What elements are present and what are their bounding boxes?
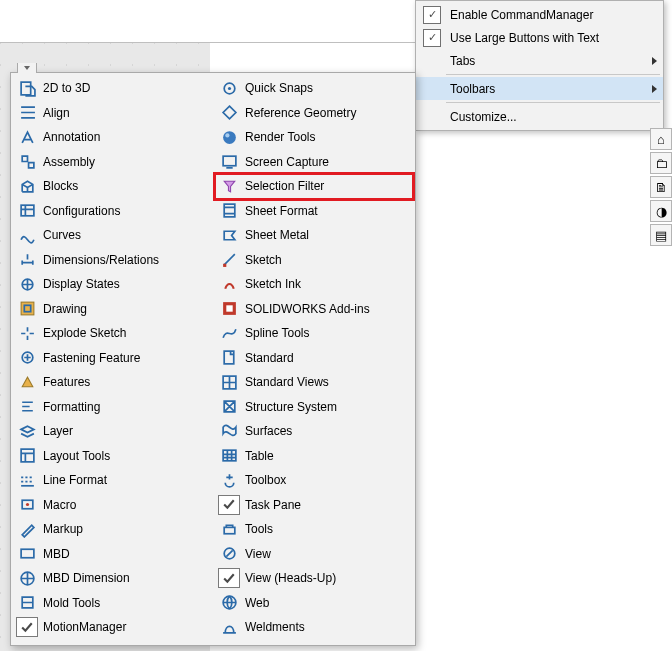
toolbar-item-label: Sheet Metal: [245, 228, 409, 242]
toolbar-item-mbd-dimension[interactable]: MBD Dimension: [13, 566, 211, 591]
toolbar-item-fastening-feature[interactable]: Fastening Feature: [13, 346, 211, 371]
toolbar-item-display-states[interactable]: Display States: [13, 272, 211, 297]
toolbar-item-label: Drawing: [43, 302, 207, 316]
toolbar-item-drawing[interactable]: Drawing: [13, 297, 211, 322]
toolbar-item-label: Assembly: [43, 155, 207, 169]
toolbar-item-label: Quick Snaps: [245, 81, 409, 95]
dock-doc-icon[interactable]: 🗎: [650, 176, 672, 198]
annot-icon: [16, 127, 38, 147]
explode-icon: [16, 323, 38, 343]
dimrel-icon: [16, 250, 38, 270]
table-icon: [218, 446, 240, 466]
toolbar-item-label: Blocks: [43, 179, 207, 193]
ctx-item-label: Enable CommandManager: [450, 8, 657, 22]
chevron-right-icon: [652, 57, 657, 65]
toolbar-item-mold-tools[interactable]: Mold Tools: [13, 591, 211, 616]
toolbar-item-label: Structure System: [245, 400, 409, 414]
toolbar-item-sheet-format[interactable]: Sheet Format: [215, 199, 413, 224]
toolbar-item-task-pane[interactable]: Task Pane: [215, 493, 413, 518]
mold-icon: [16, 593, 38, 613]
align-icon: [16, 103, 38, 123]
ctx-item-toolbars[interactable]: Toolbars: [416, 77, 663, 100]
toolbar-item-structure-system[interactable]: Structure System: [215, 395, 413, 420]
format-icon: [16, 397, 38, 417]
toolbar-item-macro[interactable]: Macro: [13, 493, 211, 518]
toolbar-item-label: MBD: [43, 547, 207, 561]
curves-icon: [16, 225, 38, 245]
toolbar-item-label: Sheet Format: [245, 204, 409, 218]
toolbar-item-label: Display States: [43, 277, 207, 291]
toolbar-item-line-format[interactable]: Line Format: [13, 468, 211, 493]
toolbar-item-configurations[interactable]: Configurations: [13, 199, 211, 224]
toolbar-item-label: Render Tools: [245, 130, 409, 144]
toolbar-item-selection-filter[interactable]: Selection Filter: [215, 174, 413, 199]
toolbar-item-motionmanager[interactable]: MotionManager: [13, 615, 211, 640]
ctx-item-customize[interactable]: Customize...: [416, 105, 663, 128]
toolbar-item-label: Weldments: [245, 620, 409, 634]
disp-icon: [16, 274, 38, 294]
view-icon: [218, 544, 240, 564]
toolbar-item-label: Spline Tools: [245, 326, 409, 340]
sheetfmt-icon: [218, 201, 240, 221]
palette-glyph: ◑: [656, 204, 667, 219]
toolbar-item-toolbox[interactable]: Toolbox: [215, 468, 413, 493]
toolbar-item-label: Fastening Feature: [43, 351, 207, 365]
sheetmtl-icon: [218, 225, 240, 245]
checkbox-empty: [420, 79, 444, 98]
ctx-item-tabs[interactable]: Tabs: [416, 49, 663, 72]
toolbar-item-label: Layout Tools: [43, 449, 207, 463]
toolbar-item-table[interactable]: Table: [215, 444, 413, 469]
toolbar-item-curves[interactable]: Curves: [13, 223, 211, 248]
toolbar-item-dimensions-relations[interactable]: Dimensions/Relations: [13, 248, 211, 273]
toolbar-item-label: Sketch: [245, 253, 409, 267]
toolbar-item-spline-tools[interactable]: Spline Tools: [215, 321, 413, 346]
toolbar-item-mbd[interactable]: MBD: [13, 542, 211, 567]
toolbar-item-surfaces[interactable]: Surfaces: [215, 419, 413, 444]
context-menu-separator: [446, 74, 660, 75]
dock-folder-icon[interactable]: 🗀: [650, 152, 672, 174]
task-pane-dock: ⌂🗀🗎◑▤: [650, 128, 672, 246]
toolbar-item-reference-geometry[interactable]: Reference Geometry: [215, 101, 413, 126]
toolbar-item-sketch-ink[interactable]: Sketch Ink: [215, 272, 413, 297]
toolbox-icon: [218, 470, 240, 490]
toolbar-item-2d-to-3d[interactable]: 2D to 3D: [13, 76, 211, 101]
toolbar-item-layer[interactable]: Layer: [13, 419, 211, 444]
toolbar-item-view-heads-up[interactable]: View (Heads-Up): [215, 566, 413, 591]
toolbar-item-quick-snaps[interactable]: Quick Snaps: [215, 76, 413, 101]
toolbar-item-explode-sketch[interactable]: Explode Sketch: [13, 321, 211, 346]
toolbar-item-assembly[interactable]: Assembly: [13, 150, 211, 175]
toolbar-item-label: Configurations: [43, 204, 207, 218]
checkbox-checked-icon: ✓: [420, 5, 444, 24]
toolbar-item-markup[interactable]: Markup: [13, 517, 211, 542]
dock-home-icon[interactable]: ⌂: [650, 128, 672, 150]
ctx-item-enable-commandmanager[interactable]: ✓Enable CommandManager: [416, 3, 663, 26]
toolbar-item-sketch[interactable]: Sketch: [215, 248, 413, 273]
screen-icon: [218, 152, 240, 172]
ctx-item-use-large-buttons-with-text[interactable]: ✓Use Large Buttons with Text: [416, 26, 663, 49]
toolbar-item-blocks[interactable]: Blocks: [13, 174, 211, 199]
refgeo-icon: [218, 103, 240, 123]
toolbar-item-view[interactable]: View: [215, 542, 413, 567]
toolbar-item-standard[interactable]: Standard: [215, 346, 413, 371]
toolbar-item-sheet-metal[interactable]: Sheet Metal: [215, 223, 413, 248]
macro-icon: [16, 495, 38, 515]
toolbar-item-layout-tools[interactable]: Layout Tools: [13, 444, 211, 469]
toolbars-flyout-menu: 2D to 3DAlignAnnotationAssemblyBlocksCon…: [10, 72, 416, 646]
weld-icon: [218, 617, 240, 637]
toolbar-item-render-tools[interactable]: Render Tools: [215, 125, 413, 150]
toolbar-item-solidworks-add-ins[interactable]: SOLIDWORKS Add-ins: [215, 297, 413, 322]
toolbar-item-web[interactable]: Web: [215, 591, 413, 616]
toolbar-item-weldments[interactable]: Weldments: [215, 615, 413, 640]
surf-icon: [218, 421, 240, 441]
toolbar-item-formatting[interactable]: Formatting: [13, 395, 211, 420]
toolbar-item-tools[interactable]: Tools: [215, 517, 413, 542]
toolbar-item-annotation[interactable]: Annotation: [13, 125, 211, 150]
toolbar-item-align[interactable]: Align: [13, 101, 211, 126]
toolbar-item-screen-capture[interactable]: Screen Capture: [215, 150, 413, 175]
toolbar-item-standard-views[interactable]: Standard Views: [215, 370, 413, 395]
dock-layers-icon[interactable]: ▤: [650, 224, 672, 246]
dock-palette-icon[interactable]: ◑: [650, 200, 672, 222]
toolbar-item-features[interactable]: Features: [13, 370, 211, 395]
ribbon-blank-area: [0, 0, 415, 22]
toolbar-item-label: Dimensions/Relations: [43, 253, 207, 267]
